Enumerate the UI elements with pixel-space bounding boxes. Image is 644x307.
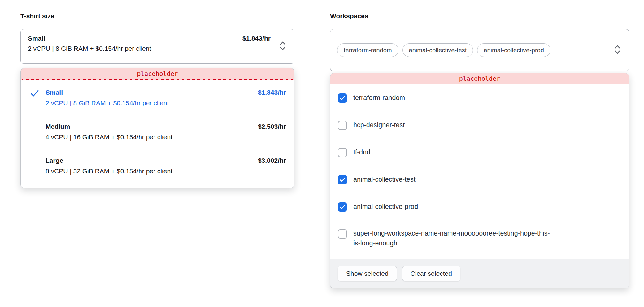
workspace-option-terraform-random[interactable]: terraform-random <box>338 84 621 112</box>
option-subtitle: 2 vCPU | 8 GiB RAM + $0.154/hr per clien… <box>46 99 286 107</box>
chevron-up-down-icon <box>279 40 286 53</box>
workspace-option-hcp-designer-test[interactable]: hcp-designer-test <box>338 112 621 139</box>
workspace-option-label: hcp-designer-test <box>353 120 405 130</box>
selected-size-subtitle: 2 vCPU | 8 GiB RAM + $0.154/hr per clien… <box>28 45 271 52</box>
option-title: Small <box>46 89 63 96</box>
workspace-option-label: terraform-random <box>353 93 405 103</box>
checkbox-checked-icon[interactable] <box>338 175 347 184</box>
selected-size-price: $1.843/hr <box>242 35 271 42</box>
workspace-option-animal-collective-prod[interactable]: animal-collective-prod <box>338 193 621 221</box>
workspace-option-tf-dnd[interactable]: tf-dnd <box>338 139 621 166</box>
workspace-option-super-long-name[interactable]: super-long-workspace-name-name-moooooore… <box>338 221 621 259</box>
workspace-option-label: animal-collective-prod <box>353 202 418 212</box>
checkbox-unchecked-icon[interactable] <box>338 148 347 157</box>
size-option-small[interactable]: Small $1.843/hr 2 vCPU | 8 GiB RAM + $0.… <box>21 89 286 107</box>
workspaces-dropdown-footer: Show selected Clear selected <box>330 259 629 288</box>
workspaces-dropdown: placeholder terraform-random hcp-designe… <box>330 73 629 288</box>
workspaces-field: Workspaces terraform-random animal-colle… <box>330 12 629 288</box>
workspace-option-animal-collective-test[interactable]: animal-collective-test <box>338 166 621 193</box>
option-subtitle: 8 vCPU | 32 GiB RAM + $0.154/hr per clie… <box>46 167 286 175</box>
show-selected-button[interactable]: Show selected <box>338 266 397 281</box>
option-subtitle: 4 vCPU | 16 GiB RAM + $0.154/hr per clie… <box>46 133 286 141</box>
tshirt-size-dropdown: placeholder Small $1.843/hr 2 vCPU | 8 G… <box>20 68 294 188</box>
workspace-option-label: tf-dnd <box>353 148 370 158</box>
tshirt-size-label: T-shirt size <box>20 12 294 20</box>
selected-workspace-pill[interactable]: animal-collective-test <box>402 43 473 57</box>
workspaces-label: Workspaces <box>330 12 629 20</box>
option-price: $1.843/hr <box>258 89 286 96</box>
clear-selected-button[interactable]: Clear selected <box>402 266 460 281</box>
placeholder-banner: placeholder <box>21 68 294 80</box>
checkbox-checked-icon[interactable] <box>338 202 347 212</box>
selected-workspace-pill[interactable]: animal-collective-prod <box>477 43 550 57</box>
option-price: $3.002/hr <box>258 157 286 164</box>
option-title: Large <box>46 157 63 164</box>
tshirt-size-select-trigger[interactable]: Small $1.843/hr 2 vCPU | 8 GiB RAM + $0.… <box>20 29 294 64</box>
checkbox-unchecked-icon[interactable] <box>338 121 347 130</box>
chevron-up-down-icon <box>614 44 621 57</box>
tshirt-size-field: T-shirt size Small $1.843/hr 2 vCPU | 8 … <box>20 12 294 188</box>
option-price: $2.503/hr <box>258 123 286 130</box>
checkbox-unchecked-icon[interactable] <box>338 229 347 239</box>
selected-workspace-pill[interactable]: terraform-random <box>337 43 398 57</box>
placeholder-banner: placeholder <box>330 73 629 84</box>
selected-size-title: Small <box>28 35 45 42</box>
size-option-medium[interactable]: Medium $2.503/hr 4 vCPU | 16 GiB RAM + $… <box>21 123 286 141</box>
option-title: Medium <box>46 123 70 130</box>
workspace-option-label: animal-collective-test <box>353 175 416 185</box>
workspaces-multiselect-trigger[interactable]: terraform-random animal-collective-test … <box>330 29 629 71</box>
size-option-large[interactable]: Large $3.002/hr 8 vCPU | 32 GiB RAM + $0… <box>21 157 286 175</box>
check-icon <box>30 89 39 99</box>
tshirt-size-options-list: Small $1.843/hr 2 vCPU | 8 GiB RAM + $0.… <box>21 80 294 188</box>
checkbox-checked-icon[interactable] <box>338 93 347 103</box>
workspace-option-label: super-long-workspace-name-name-moooooore… <box>353 229 553 249</box>
workspaces-options-list: terraform-random hcp-designer-test tf-dn… <box>330 84 629 259</box>
